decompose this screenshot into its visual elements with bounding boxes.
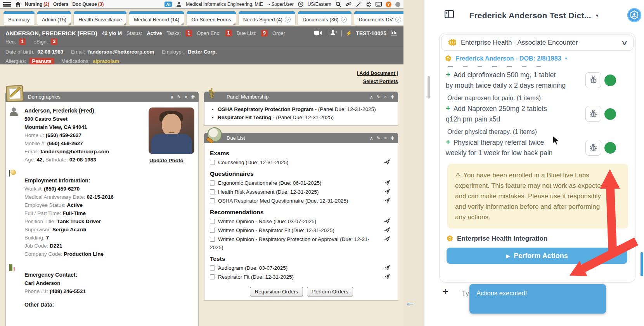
item-checkbox[interactable]	[210, 237, 215, 242]
requisition-plane-icon[interactable]	[384, 218, 390, 226]
title-caret-icon[interactable]: ▼	[595, 13, 599, 18]
edit-icon[interactable]: ✎	[377, 94, 381, 100]
timezone-label[interactable]: US/Eastern	[308, 2, 331, 7]
collapse-icon[interactable]: ∧	[170, 94, 174, 100]
wand-icon[interactable]	[355, 1, 362, 7]
due-list-badge[interactable]: 9	[261, 30, 268, 36]
edit-icon[interactable]: ✎	[377, 135, 381, 141]
requisition-plane-icon[interactable]	[384, 273, 390, 281]
close-icon[interactable]: ×	[384, 94, 387, 100]
esign-badge[interactable]: 3	[51, 38, 57, 45]
search-icon[interactable]	[335, 1, 341, 7]
tasks-count-badge[interactable]: 1	[185, 30, 192, 36]
clipped-scrolled-row	[448, 66, 549, 67]
item-checkbox[interactable]	[210, 160, 215, 165]
globe-icon[interactable]	[365, 1, 372, 7]
requisition-plane-icon[interactable]	[384, 179, 390, 187]
move-icon[interactable]: ✚	[191, 94, 195, 100]
item-checkbox[interactable]	[210, 189, 215, 194]
external-link-icon[interactable]: ↗	[285, 17, 291, 23]
external-link-icon[interactable]: ↗	[395, 17, 401, 23]
add-person-icon[interactable]	[330, 30, 338, 36]
requisition-plane-icon[interactable]	[384, 159, 390, 167]
debug-bug-button[interactable]	[585, 72, 601, 88]
chart-tab[interactable]: Documents (36) ↗	[298, 13, 351, 26]
item-label: Written Opinion - Respiratory Protection…	[210, 236, 369, 250]
req-badge[interactable]: 1	[19, 38, 26, 45]
item-checkbox[interactable]	[210, 180, 215, 186]
video-camera-icon[interactable]	[314, 30, 322, 36]
tab-accent-strip	[354, 11, 406, 14]
chart-tab[interactable]: Needs Signed (4) ↗	[238, 13, 296, 26]
chart-tab[interactable]: Medical Record (14) ◢	[129, 13, 184, 26]
requisition-orders-button[interactable]: Requisition Orders	[250, 287, 303, 297]
orders-scrollbar[interactable]	[428, 76, 430, 99]
menu-doc-queue[interactable]: Doc Queue (3)	[72, 2, 104, 7]
chart-tab[interactable]: Health Surveillance ◢	[73, 13, 127, 26]
update-photo-link[interactable]: Update Photo	[149, 156, 184, 165]
chart-metrics-icon[interactable]	[390, 29, 398, 37]
close-icon[interactable]: ×	[384, 135, 387, 141]
add-attachment-button[interactable]: +	[442, 286, 448, 298]
tab-menu-fold-icon: ◢	[233, 22, 235, 25]
bluehive-logo-icon[interactable]	[627, 8, 642, 24]
chart-tab[interactable]: Summary	[3, 13, 35, 26]
requisition-plane-icon[interactable]	[384, 197, 390, 205]
add-document-link[interactable]: | Add Document |	[357, 69, 398, 77]
chart-tab[interactable]: Admin (15) ◢	[37, 13, 72, 26]
due-list-section: Tests Audiogram (Due: 03-07-2025)	[210, 255, 393, 281]
panel-item: Respirator Fit Testing - (Panel Due: 12-…	[218, 113, 394, 121]
menu-nursing[interactable]: Nursing (2)	[25, 2, 49, 7]
move-icon[interactable]: ✚	[390, 135, 394, 141]
item-checkbox[interactable]	[210, 274, 215, 279]
ehr-application: Nursing (2) Orders Doc Queue (3) AI Medi…	[0, 0, 403, 326]
help-icon[interactable]: ?	[386, 2, 391, 7]
patient-context-row[interactable]: ⚙ Frederick Anderson - DOB: 2/8/1983 ▾	[445, 54, 635, 63]
item-checkbox[interactable]	[210, 198, 215, 203]
dictation-title[interactable]: Frederick Anderson Test Dict...	[469, 11, 591, 20]
supervisor-link[interactable]: Sergio Acardi	[52, 227, 86, 232]
close-icon[interactable]: ×	[185, 94, 187, 100]
panel-scrollbar[interactable]	[641, 252, 643, 276]
open-enc-badge[interactable]: 1	[225, 30, 232, 36]
dictation-assistant-panel: Frederick Anderson Test Dict... ▼ ⚙⚙ Ent…	[424, 0, 644, 326]
medication-link[interactable]: alprazolam	[93, 58, 119, 64]
tab-menu-fold-icon: ◢	[181, 22, 184, 25]
requisition-plane-icon[interactable]	[384, 236, 390, 244]
collapse-icon[interactable]: ∧	[370, 135, 373, 141]
chart-tab[interactable]: Documents-DV ↗	[354, 13, 406, 26]
home-icon[interactable]	[15, 1, 21, 7]
hamburger-menu-icon[interactable]	[3, 2, 11, 7]
user-role: - SuperUser	[268, 2, 294, 7]
ai-badge[interactable]: AI	[164, 2, 172, 7]
edit-icon[interactable]: ✎	[177, 94, 181, 100]
perform-orders-button[interactable]: Perform Orders	[307, 287, 353, 297]
sidebar-toggle-icon[interactable]	[445, 10, 454, 20]
item-checkbox[interactable]	[210, 265, 215, 271]
external-link-icon[interactable]: ↗	[341, 17, 347, 23]
item-checkbox[interactable]	[210, 228, 215, 233]
order-link[interactable]: Order	[272, 30, 285, 36]
requisition-plane-icon[interactable]	[384, 227, 390, 235]
collapse-icon[interactable]: ∧	[370, 94, 373, 100]
select-portlets-link[interactable]: Select Portlets	[357, 77, 398, 85]
requisition-plane-icon[interactable]	[384, 188, 390, 196]
move-icon[interactable]: ✚	[390, 94, 394, 100]
menu-orders[interactable]: Orders	[53, 2, 68, 7]
section-heading: Recommendations	[210, 208, 393, 216]
link-icon[interactable]	[345, 1, 351, 7]
requisition-plane-icon[interactable]	[384, 264, 390, 272]
portlet-title: Demographics	[28, 94, 61, 100]
debug-bug-button[interactable]	[585, 140, 601, 156]
chart-tab[interactable]: On Screen Forms ◢	[186, 13, 236, 26]
debug-bug-button[interactable]	[585, 106, 601, 122]
collapse-panel-arrow-icon[interactable]: ←	[405, 297, 415, 309]
encounter-select[interactable]: ⚙⚙ Enterprise Health - Associate Encount…	[441, 35, 634, 51]
keyboard-icon[interactable]	[376, 1, 382, 7]
lightning-icon[interactable]: ⚡	[346, 30, 352, 36]
warning-triangle-icon: ⚠	[455, 172, 461, 179]
perform-actions-button[interactable]: ▶ Perform Actions	[447, 248, 627, 264]
item-checkbox[interactable]	[210, 219, 215, 224]
allergy-chip[interactable]: Peanuts	[29, 58, 54, 64]
patient-name[interactable]: ANDERSON, FREDERICK (FRED)	[5, 30, 97, 36]
